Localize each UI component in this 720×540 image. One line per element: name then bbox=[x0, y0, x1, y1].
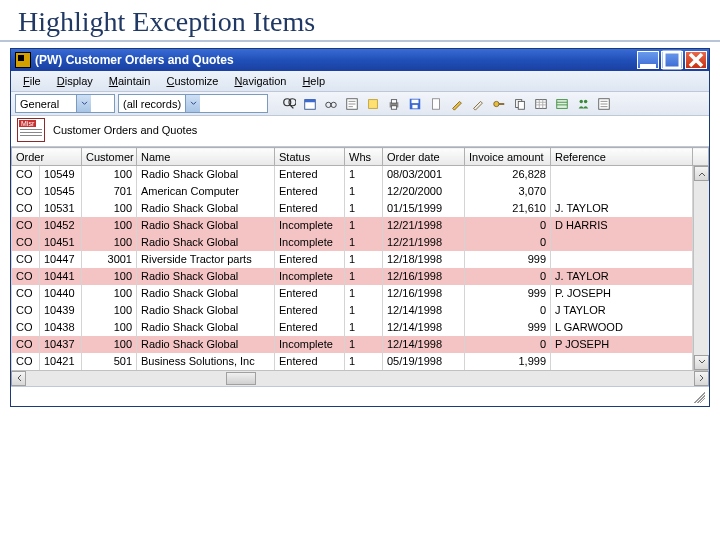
cell-ordertype: CO bbox=[12, 183, 40, 200]
calendar-icon[interactable] bbox=[301, 95, 319, 113]
cell-date: 12/21/1998 bbox=[383, 217, 465, 234]
save-icon[interactable] bbox=[406, 95, 424, 113]
cell-date: 12/14/1998 bbox=[383, 319, 465, 336]
grid1-icon[interactable] bbox=[532, 95, 550, 113]
cell-ordertype: CO bbox=[12, 353, 40, 370]
vertical-scrollbar[interactable] bbox=[693, 166, 709, 370]
cell-amount: 21,610 bbox=[465, 200, 551, 217]
cell-name: Radio Shack Global bbox=[137, 200, 275, 217]
filter-selector[interactable]: (all records) bbox=[118, 94, 268, 113]
chevron-down-icon[interactable] bbox=[76, 95, 91, 112]
cell-reference: D HARRIS bbox=[551, 217, 693, 234]
menu-maintain[interactable]: Maintain bbox=[101, 73, 159, 89]
table-row[interactable]: CO10439100Radio Shack GlobalEntered112/1… bbox=[12, 302, 709, 319]
chevron-down-icon[interactable] bbox=[185, 95, 200, 112]
cell-customer: 100 bbox=[82, 302, 137, 319]
cell-whs: 1 bbox=[345, 183, 383, 200]
table-row[interactable]: CO10545701American ComputerEntered112/20… bbox=[12, 183, 709, 200]
menu-customize[interactable]: Customize bbox=[158, 73, 226, 89]
svg-rect-1 bbox=[664, 52, 680, 68]
horizontal-scrollbar[interactable] bbox=[11, 370, 709, 386]
app-window: (PW) Customer Orders and Quotes File Dis… bbox=[10, 48, 710, 407]
maximize-button[interactable] bbox=[661, 51, 683, 69]
people-icon[interactable] bbox=[574, 95, 592, 113]
scroll-up-icon[interactable] bbox=[694, 166, 709, 181]
table-row[interactable]: CO10440100Radio Shack GlobalEntered112/1… bbox=[12, 285, 709, 302]
glasses-icon[interactable] bbox=[322, 95, 340, 113]
find-icon[interactable] bbox=[280, 95, 298, 113]
hscroll-track[interactable] bbox=[26, 371, 694, 386]
table-row[interactable]: CO10451100Radio Shack GlobalIncomplete11… bbox=[12, 234, 709, 251]
col-order[interactable]: Order bbox=[12, 148, 82, 166]
table-row[interactable]: CO10441100Radio Shack GlobalIncomplete11… bbox=[12, 268, 709, 285]
svg-rect-14 bbox=[412, 99, 419, 103]
view-selector[interactable]: General bbox=[15, 94, 115, 113]
cell-reference bbox=[551, 251, 693, 268]
table-row[interactable]: CO10531100Radio Shack GlobalEntered101/1… bbox=[12, 200, 709, 217]
menu-display[interactable]: Display bbox=[49, 73, 101, 89]
cell-whs: 1 bbox=[345, 353, 383, 370]
cell-date: 12/16/1998 bbox=[383, 268, 465, 285]
cell-reference bbox=[551, 234, 693, 251]
table-row[interactable]: CO104473001Riverside Tractor partsEntere… bbox=[12, 251, 709, 268]
menu-navigation[interactable]: Navigation bbox=[226, 73, 294, 89]
hscroll-thumb[interactable] bbox=[226, 372, 256, 385]
new-icon[interactable] bbox=[427, 95, 445, 113]
svg-point-6 bbox=[326, 102, 331, 107]
cell-amount: 26,828 bbox=[465, 166, 551, 183]
form-icon[interactable] bbox=[343, 95, 361, 113]
print-icon[interactable] bbox=[385, 95, 403, 113]
scroll-down-icon[interactable] bbox=[694, 355, 709, 370]
col-status[interactable]: Status bbox=[275, 148, 345, 166]
cell-date: 12/21/1998 bbox=[383, 234, 465, 251]
minimize-button[interactable] bbox=[637, 51, 659, 69]
cell-status: Entered bbox=[275, 285, 345, 302]
cell-status: Entered bbox=[275, 166, 345, 183]
cell-orderno: 10437 bbox=[40, 336, 82, 353]
col-customer[interactable]: Customer bbox=[82, 148, 137, 166]
cell-amount: 999 bbox=[465, 285, 551, 302]
col-reference[interactable]: Reference bbox=[551, 148, 693, 166]
col-scrollspacer bbox=[693, 148, 709, 166]
menu-file[interactable]: File bbox=[15, 73, 49, 89]
scroll-right-icon[interactable] bbox=[694, 371, 709, 386]
close-button[interactable] bbox=[685, 51, 707, 69]
grid2-icon[interactable] bbox=[553, 95, 571, 113]
statusbar bbox=[11, 386, 709, 406]
slide-title: Highlight Exception Items bbox=[0, 0, 720, 42]
app-icon bbox=[15, 52, 31, 68]
table-row[interactable]: CO10438100Radio Shack GlobalEntered112/1… bbox=[12, 319, 709, 336]
toolbar: General (all records) bbox=[11, 91, 709, 116]
note-icon[interactable] bbox=[364, 95, 382, 113]
table-row[interactable]: CO10549100Radio Shack GlobalEntered108/0… bbox=[12, 166, 709, 183]
table-row[interactable]: CO10452100Radio Shack GlobalIncomplete11… bbox=[12, 217, 709, 234]
cell-customer: 701 bbox=[82, 183, 137, 200]
cell-ordertype: CO bbox=[12, 234, 40, 251]
cell-customer: 100 bbox=[82, 285, 137, 302]
cell-orderno: 10439 bbox=[40, 302, 82, 319]
cell-date: 12/18/1998 bbox=[383, 251, 465, 268]
copy-icon[interactable] bbox=[511, 95, 529, 113]
svg-rect-12 bbox=[391, 105, 396, 109]
cell-status: Incomplete bbox=[275, 234, 345, 251]
scroll-left-icon[interactable] bbox=[11, 371, 26, 386]
data-grid: Order Customer Name Status Whs Order dat… bbox=[11, 147, 709, 370]
col-invoiceamount[interactable]: Invoice amount bbox=[465, 148, 551, 166]
col-whs[interactable]: Whs bbox=[345, 148, 383, 166]
cell-status: Entered bbox=[275, 302, 345, 319]
svg-rect-16 bbox=[433, 98, 440, 109]
cell-amount: 0 bbox=[465, 234, 551, 251]
table-row[interactable]: CO10421501Business Solutions, IncEntered… bbox=[12, 353, 709, 370]
list-icon[interactable] bbox=[595, 95, 613, 113]
resize-grip-icon[interactable] bbox=[691, 389, 705, 403]
svg-point-17 bbox=[494, 101, 499, 106]
col-orderdate[interactable]: Order date bbox=[383, 148, 465, 166]
pencil2-icon[interactable] bbox=[469, 95, 487, 113]
menu-help[interactable]: Help bbox=[294, 73, 333, 89]
cell-name: Radio Shack Global bbox=[137, 336, 275, 353]
key-icon[interactable] bbox=[490, 95, 508, 113]
table-row[interactable]: CO10437100Radio Shack GlobalIncomplete11… bbox=[12, 336, 709, 353]
cell-customer: 100 bbox=[82, 268, 137, 285]
col-name[interactable]: Name bbox=[137, 148, 275, 166]
edit-icon[interactable] bbox=[448, 95, 466, 113]
